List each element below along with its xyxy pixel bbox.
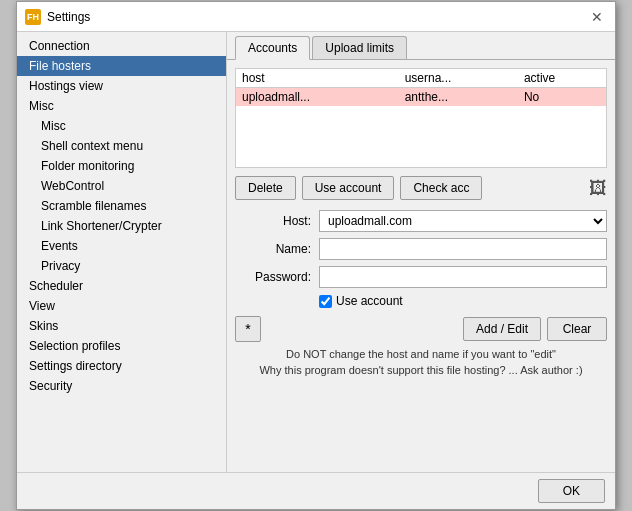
clear-button[interactable]: Clear (547, 317, 607, 341)
sidebar-item-scramble-filenames[interactable]: Scramble filenames (17, 196, 226, 216)
host-label: Host: (235, 214, 315, 228)
password-label: Password: (235, 270, 315, 284)
sidebar: Connection File hosters Hostings view Mi… (17, 32, 227, 472)
cell-active: No (518, 88, 606, 107)
use-account-button[interactable]: Use account (302, 176, 395, 200)
sidebar-item-file-hosters[interactable]: File hosters (17, 56, 226, 76)
accounts-table-wrapper: host userna... active uploadmall... antt… (235, 68, 607, 168)
account-form: Host: uploadmall.com Name: Password: Use… (235, 210, 607, 308)
app-icon: FH (25, 9, 41, 25)
use-account-checkbox[interactable] (319, 295, 332, 308)
accounts-table: host userna... active uploadmall... antt… (236, 69, 606, 106)
password-input[interactable] (319, 266, 607, 288)
tabs: Accounts Upload limits (227, 32, 615, 60)
col-username: userna... (399, 69, 518, 88)
sidebar-item-hostings-view[interactable]: Hostings view (17, 76, 226, 96)
sidebar-item-view[interactable]: View (17, 296, 226, 316)
sidebar-item-security[interactable]: Security (17, 376, 226, 396)
star-button[interactable]: * (235, 316, 261, 342)
add-edit-button[interactable]: Add / Edit (463, 317, 541, 341)
cell-host: uploadmall... (236, 88, 399, 107)
titlebar-left: FH Settings (25, 9, 90, 25)
sidebar-item-shell-context-menu[interactable]: Shell context menu (17, 136, 226, 156)
titlebar: FH Settings ✕ (17, 2, 615, 32)
tab-upload-limits[interactable]: Upload limits (312, 36, 407, 59)
name-input[interactable] (319, 238, 607, 260)
sidebar-item-misc-sub[interactable]: Misc (17, 116, 226, 136)
use-account-checkbox-row: Use account (319, 294, 607, 308)
settings-dialog: FH Settings ✕ Connection File hosters Ho… (16, 1, 616, 510)
tab-accounts[interactable]: Accounts (235, 36, 310, 60)
bottom-buttons: * Add / Edit Clear (235, 316, 607, 342)
sidebar-item-settings-directory[interactable]: Settings directory (17, 356, 226, 376)
use-account-checkbox-label: Use account (336, 294, 403, 308)
main-content: Accounts Upload limits host userna... ac… (227, 32, 615, 472)
tab-content-accounts: host userna... active uploadmall... antt… (227, 60, 615, 472)
delete-button[interactable]: Delete (235, 176, 296, 200)
col-host: host (236, 69, 399, 88)
sidebar-item-selection-profiles[interactable]: Selection profiles (17, 336, 226, 356)
dialog-content: Connection File hosters Hostings view Mi… (17, 32, 615, 472)
col-active: active (518, 69, 606, 88)
ok-button[interactable]: OK (538, 479, 605, 503)
cell-username: antthe... (399, 88, 518, 107)
close-button[interactable]: ✕ (587, 7, 607, 27)
table-row[interactable]: uploadmall... antthe... No (236, 88, 606, 107)
sidebar-item-skins[interactable]: Skins (17, 316, 226, 336)
sidebar-item-webcontrol[interactable]: WebControl (17, 176, 226, 196)
info-line1: Do NOT change the host and name if you w… (235, 348, 607, 360)
account-image-icon[interactable]: 🖼 (589, 178, 607, 199)
dialog-title: Settings (47, 10, 90, 24)
dialog-footer: OK (17, 472, 615, 509)
sidebar-item-privacy[interactable]: Privacy (17, 256, 226, 276)
name-label: Name: (235, 242, 315, 256)
info-line2: Why this program doesn't support this fi… (235, 364, 607, 376)
host-select[interactable]: uploadmall.com (319, 210, 607, 232)
sidebar-item-connection[interactable]: Connection (17, 36, 226, 56)
sidebar-item-misc-top[interactable]: Misc (17, 96, 226, 116)
sidebar-item-link-shortener[interactable]: Link Shortener/Crypter (17, 216, 226, 236)
check-acc-button[interactable]: Check acc (400, 176, 482, 200)
sidebar-item-folder-monitoring[interactable]: Folder monitoring (17, 156, 226, 176)
sidebar-item-events[interactable]: Events (17, 236, 226, 256)
action-buttons: Delete Use account Check acc 🖼 (235, 176, 607, 200)
sidebar-item-scheduler[interactable]: Scheduler (17, 276, 226, 296)
